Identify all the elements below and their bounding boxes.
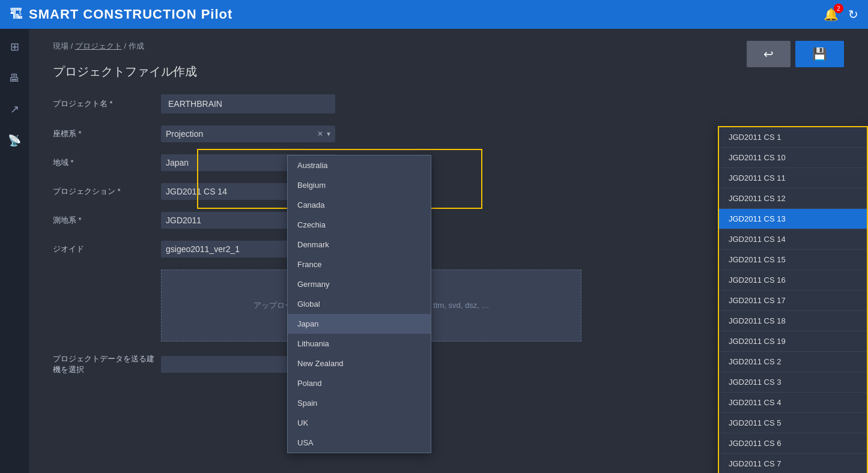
clear-icon[interactable]: ✕ (317, 130, 323, 138)
save-button[interactable]: 💾 (795, 41, 844, 67)
machine-label: プロジェクトデータを送る建機を選択 (53, 354, 161, 375)
breadcrumb: 現場 / プロジェクト / 作成 (53, 41, 844, 52)
breadcrumb-project[interactable]: プロジェクト (75, 41, 122, 50)
coordinate-select-icons: ✕ ▾ (317, 130, 330, 138)
sidebar-item-sensor[interactable]: 📡 (4, 130, 25, 151)
logo-icon: 🏗 (10, 7, 23, 22)
projection-item[interactable]: JGD2011 CS 16 (719, 270, 867, 291)
projection-item[interactable]: JGD2011 CS 18 (719, 311, 867, 331)
country-item[interactable]: Global (288, 294, 431, 314)
breadcrumb-sep2: / (124, 41, 128, 50)
sidebar-item-grid[interactable]: ⊞ (4, 36, 25, 58)
sidebar: ⊞ 🖶 ↗ 📡 (0, 29, 29, 473)
notification-button[interactable]: 🔔 2 (824, 7, 839, 22)
notification-badge: 2 (834, 4, 843, 13)
projection-dropdown[interactable]: JGD2011 CS 1JGD2011 CS 10JGD2011 CS 11JG… (718, 126, 868, 473)
projection-item[interactable]: JGD2011 CS 3 (719, 372, 867, 393)
project-name-row: プロジェクト名 * (53, 94, 844, 113)
country-item[interactable]: Australia (288, 155, 431, 175)
country-item[interactable]: Japan (288, 314, 431, 334)
breadcrumb-create: 作成 (129, 41, 144, 50)
country-item[interactable]: New Zealand (288, 354, 431, 373)
country-item[interactable]: USA (288, 433, 431, 453)
page-title: プロジェクトファイル作成 (53, 64, 844, 80)
country-item[interactable]: Poland (288, 373, 431, 393)
back-button[interactable]: ↩ (747, 41, 791, 67)
projection-item[interactable]: JGD2011 CS 1 (719, 127, 867, 148)
projection-item[interactable]: JGD2011 CS 11 (719, 168, 867, 188)
breadcrumb-site: 現場 (53, 41, 68, 50)
country-item[interactable]: Czechia (288, 215, 431, 235)
app-title: SMART CONSTRUCTION Pilot (29, 7, 232, 22)
country-item[interactable]: Germany (288, 274, 431, 294)
projection-item[interactable]: JGD2011 CS 5 (719, 413, 867, 433)
projection-item[interactable]: JGD2011 CS 10 (719, 148, 867, 168)
main-content: 現場 / プロジェクト / 作成 ↩ 💾 プロジェクトファイル作成 プロジェクト… (29, 29, 868, 473)
sidebar-item-navigate[interactable]: ↗ (4, 98, 25, 120)
coordinate-value: Projection (166, 129, 317, 139)
projection-item[interactable]: JGD2011 CS 2 (719, 352, 867, 372)
datum-label: 測地系 * (53, 215, 161, 226)
toolbar: ↩ 💾 (747, 41, 844, 67)
country-item[interactable]: France (288, 255, 431, 274)
project-name-input[interactable] (161, 94, 335, 113)
projection-item[interactable]: JGD2011 CS 14 (719, 229, 867, 250)
country-item[interactable]: Belgium (288, 175, 431, 195)
header: 🏗 SMART CONSTRUCTION Pilot 🔔 2 ↻ (0, 0, 868, 29)
region-label: 地域 * (53, 157, 161, 168)
coordinate-label: 座標系 * (53, 128, 161, 139)
header-left: 🏗 SMART CONSTRUCTION Pilot (10, 7, 232, 22)
projection-item[interactable]: JGD2011 CS 12 (719, 188, 867, 209)
projection-item[interactable]: JGD2011 CS 7 (719, 454, 867, 473)
projection-item[interactable]: JGD2011 CS 4 (719, 393, 867, 413)
geoid-label: ジオイド (53, 244, 161, 255)
chevron-down-icon[interactable]: ▾ (327, 130, 330, 138)
coordinate-select[interactable]: Projection ✕ ▾ (161, 125, 335, 142)
refresh-button[interactable]: ↻ (848, 7, 858, 22)
projection-item[interactable]: JGD2011 CS 13 (719, 209, 867, 229)
project-name-label: プロジェクト名 * (53, 98, 161, 109)
country-item[interactable]: Canada (288, 195, 431, 215)
projection-item[interactable]: JGD2011 CS 15 (719, 250, 867, 270)
country-item[interactable]: Spain (288, 393, 431, 413)
country-item[interactable]: UK (288, 413, 431, 433)
layout: ⊞ 🖶 ↗ 📡 現場 / プロジェクト / 作成 ↩ 💾 プロジェクトファイル作… (0, 29, 868, 473)
projection-label: プロジェクション * (53, 186, 161, 197)
breadcrumb-sep1: / (71, 41, 75, 50)
projection-item[interactable]: JGD2011 CS 6 (719, 433, 867, 454)
country-dropdown[interactable]: AustraliaBelgiumCanadaCzechiaDenmarkFran… (287, 155, 431, 453)
country-item[interactable]: Denmark (288, 235, 431, 255)
sidebar-item-machine[interactable]: 🖶 (4, 67, 25, 89)
header-right: 🔔 2 ↻ (824, 7, 858, 22)
projection-item[interactable]: JGD2011 CS 19 (719, 331, 867, 352)
country-item[interactable]: Lithuania (288, 334, 431, 354)
projection-item[interactable]: JGD2011 CS 17 (719, 291, 867, 311)
